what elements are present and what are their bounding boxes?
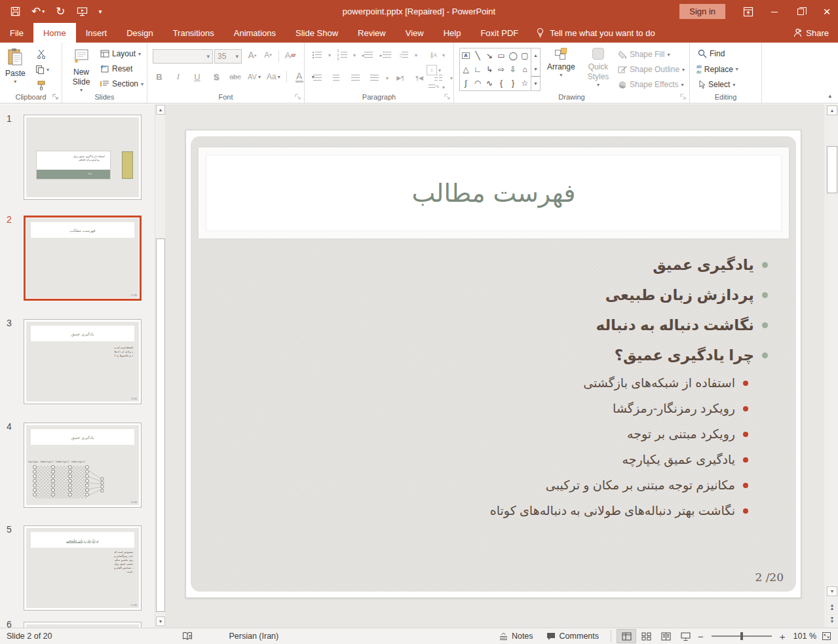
close-button[interactable]: × — [816, 0, 838, 23]
clear-formatting-button[interactable]: A — [284, 48, 297, 62]
line-spacing-button[interactable]: ↕ — [396, 48, 411, 62]
numbering-button[interactable]: 123 — [335, 48, 349, 62]
thumb-scroll-up-icon[interactable]: ▲ — [156, 105, 165, 115]
paste-button[interactable]: Paste ▾ — [5, 48, 26, 85]
slide-thumbnail-4[interactable]: یادگیری عمیق • لایه‌های متعدد غیر خطی • … — [24, 423, 142, 508]
language-indicator[interactable]: Persian (Iran) — [229, 632, 279, 641]
align-text-button[interactable]: ↕ — [427, 65, 437, 75]
tab-foxit-pdf[interactable]: Foxit PDF — [470, 23, 528, 43]
text-shadow-button[interactable]: S — [210, 70, 223, 83]
convert-to-smartart-button[interactable]: ↷ — [427, 81, 441, 94]
main-scrollbar-thumb[interactable] — [827, 146, 837, 193]
shape-freeform-button[interactable]: ⌂ — [519, 62, 531, 76]
zoom-level[interactable]: 101 % — [793, 632, 816, 641]
shape-outline-button[interactable]: Shape Outline▾ — [618, 65, 685, 74]
select-button[interactable]: Select▾ — [698, 80, 735, 89]
thumb-scroll-down-icon[interactable]: ▼ — [156, 616, 165, 626]
tab-review[interactable]: Review — [348, 23, 396, 43]
cut-button[interactable] — [37, 49, 47, 59]
shapes-scroll-down-icon[interactable]: ▼ — [531, 62, 540, 76]
shape-right-brace-button[interactable]: } — [507, 77, 519, 90]
slide-show-button[interactable] — [676, 629, 695, 643]
shape-arrow-button[interactable]: ↘ — [484, 48, 495, 62]
shapes-more-icon[interactable]: ▼ — [531, 76, 540, 90]
shape-textbox-button[interactable]: A — [460, 48, 472, 62]
slide-canvas[interactable]: فهرست مطالب یادگیری عمیق پردازش زبان طبی… — [185, 130, 801, 598]
thumb-scrollbar-thumb[interactable] — [156, 238, 165, 612]
shape-star-button[interactable]: ☆ — [519, 77, 531, 90]
scroll-down-icon[interactable]: ▼ — [827, 586, 837, 596]
normal-view-button[interactable] — [617, 629, 636, 643]
zoom-out-button[interactable]: − — [695, 631, 706, 642]
restore-button[interactable] — [790, 0, 812, 23]
paste-dropdown-icon[interactable]: ▾ — [14, 79, 16, 85]
shape-elbow-connector-button[interactable]: ∟ — [472, 62, 484, 76]
shape-scribble-button[interactable]: ∫ — [460, 77, 472, 90]
left-to-right-button[interactable]: ▶¶ — [393, 71, 408, 85]
slide-title-box[interactable]: فهرست مطالب — [199, 147, 789, 238]
zoom-slider-thumb[interactable] — [740, 632, 743, 640]
shape-rectangle-button[interactable]: ▭ — [495, 48, 507, 62]
replace-button[interactable]: abac Replace▾ — [696, 64, 738, 74]
increase-font-size-button[interactable]: A▴ — [246, 48, 259, 62]
thumbnail-panel-scrollbar[interactable]: ▲ ▼ — [155, 104, 165, 628]
italic-button[interactable]: I — [172, 70, 185, 83]
slide-thumbnail-1[interactable]: استفاده از یادگیری عمیق برای پردازش زبان… — [24, 115, 142, 200]
tab-help[interactable]: Help — [434, 23, 471, 43]
undo-dropdown-icon[interactable]: ▾ — [42, 9, 45, 14]
comments-button[interactable]: Comments — [540, 628, 605, 644]
bullets-button[interactable] — [310, 48, 324, 62]
shape-effects-button[interactable]: Shape Effects▾ — [618, 80, 684, 89]
arrange-button[interactable]: Arrange ▾ — [547, 48, 575, 79]
shape-right-arrow-button[interactable]: ⇨ — [495, 62, 507, 76]
main-scrollbar[interactable]: ▲ ▼ ▲▲ ▼▼ — [826, 104, 838, 628]
underline-button[interactable]: U — [191, 70, 204, 83]
spell-check-icon[interactable] — [182, 632, 193, 641]
tab-file[interactable]: File — [0, 23, 33, 43]
align-right-button[interactable] — [348, 71, 362, 85]
undo-icon[interactable]: ↶▾ — [31, 6, 45, 17]
slide-thumbnail-3[interactable]: یادگیری عمیق یادگیری عمیق (Deep learning… — [24, 319, 142, 404]
share-button[interactable]: Share — [793, 23, 829, 43]
tab-transitions[interactable]: Transitions — [163, 23, 224, 43]
slide-thumbnail-2[interactable]: فهرست مطالب • یادگیری عمیق • پردازش زبان… — [24, 216, 142, 301]
notes-button[interactable]: Notes — [493, 628, 540, 644]
slide-sorter-view-button[interactable] — [636, 629, 656, 643]
quick-styles-button[interactable]: Quick Styles ▾ — [584, 48, 613, 88]
character-spacing-button[interactable]: AV▾ — [248, 70, 261, 83]
shape-fill-button[interactable]: Shape Fill▾ — [618, 50, 670, 59]
font-size-combo[interactable]: 35▾ — [214, 49, 242, 64]
next-slide-button[interactable]: ▼▼ — [827, 614, 837, 624]
tab-insert[interactable]: Insert — [76, 23, 117, 43]
tell-me-box[interactable]: Tell me what you want to do — [528, 23, 662, 43]
slide-body-textbox[interactable]: یادگیری عمیق پردازش زبان طبیعی نگاشت دنب… — [231, 250, 768, 523]
new-slide-button[interactable]: New Slide ▾ — [66, 48, 96, 94]
increase-indent-button[interactable]: ▸ — [378, 48, 392, 62]
minimize-button[interactable]: ─ — [763, 0, 786, 23]
layout-button[interactable]: Layout▾ — [100, 49, 141, 58]
decrease-font-size-button[interactable]: A▾ — [261, 48, 275, 62]
shape-elbow-arrow-button[interactable]: ↳ — [484, 62, 495, 76]
zoom-slider[interactable] — [712, 635, 772, 637]
shape-curve-button[interactable]: ∿ — [484, 77, 495, 90]
fit-slide-to-window-button[interactable] — [822, 632, 831, 641]
find-button[interactable]: Find — [698, 49, 725, 58]
ribbon-display-options-icon[interactable] — [737, 0, 759, 23]
bold-button[interactable]: B — [153, 70, 166, 83]
tab-animations[interactable]: Animations — [224, 23, 286, 43]
font-name-combo[interactable]: ▾ — [153, 49, 213, 64]
scroll-up-icon[interactable]: ▲ — [827, 105, 837, 115]
drawing-dialog-launcher-icon[interactable] — [680, 94, 687, 100]
save-icon[interactable] — [10, 7, 20, 16]
shape-left-brace-button[interactable]: { — [495, 77, 507, 90]
slide-thumbnail-5[interactable]: پردازش زبان طبیعی پردازش زبان‌های طبیعی … — [24, 525, 142, 611]
right-to-left-button[interactable]: ¶◀ — [412, 71, 427, 85]
format-painter-button[interactable] — [37, 81, 47, 90]
customize-qat-icon[interactable]: ▾ — [99, 9, 102, 15]
font-color-button[interactable]: A — [293, 70, 306, 83]
shape-rounded-rectangle-button[interactable]: ▢ — [519, 48, 531, 62]
justify-button[interactable] — [367, 71, 381, 85]
font-dialog-launcher-icon[interactable] — [295, 94, 301, 100]
change-case-button[interactable]: Aa▾ — [267, 70, 280, 83]
decrease-indent-button[interactable]: ◂ — [360, 48, 374, 62]
